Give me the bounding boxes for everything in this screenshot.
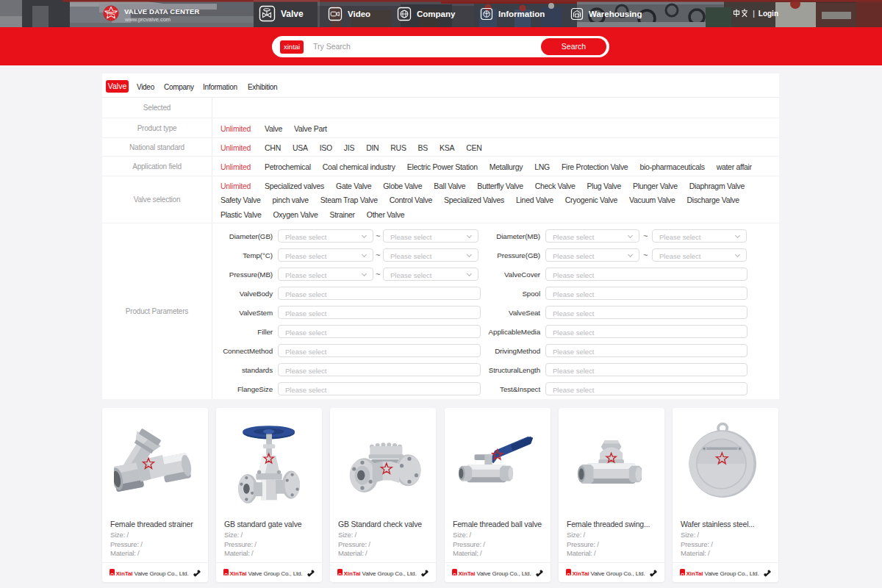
svg-text:PRC: PRC xyxy=(107,11,115,15)
